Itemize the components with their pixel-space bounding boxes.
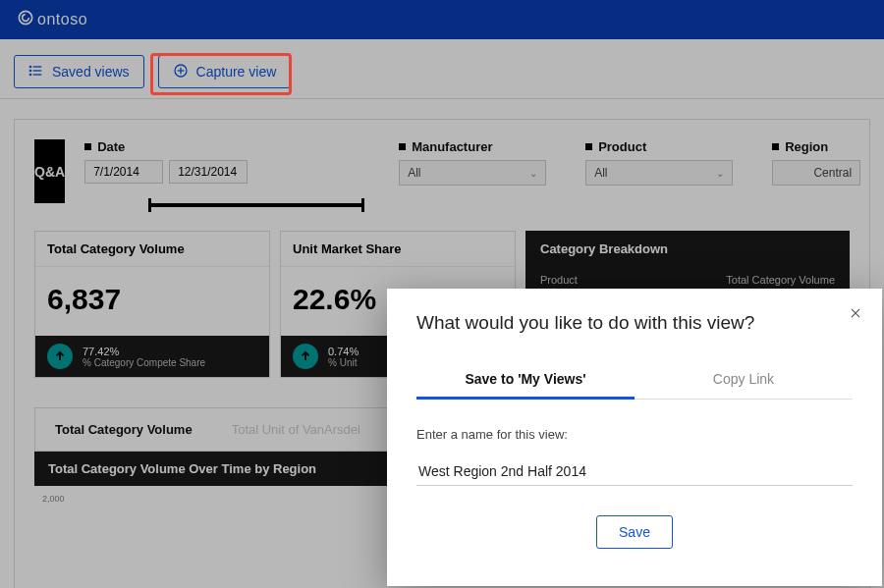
manufacturer-value: All bbox=[408, 166, 420, 180]
tab-total-category-volume[interactable]: Total Category Volume bbox=[35, 408, 212, 451]
date-filter-label: Date bbox=[84, 139, 379, 154]
svg-point-1 bbox=[23, 14, 29, 21]
list-icon bbox=[28, 63, 44, 81]
action-bar: Saved views Capture view bbox=[0, 39, 884, 99]
svg-point-7 bbox=[29, 74, 30, 75]
chevron-down-icon: ⌄ bbox=[716, 168, 724, 179]
breakdown-col1: Product bbox=[540, 274, 578, 286]
brand-text: ontoso bbox=[37, 11, 87, 28]
tab-save-my-views[interactable]: Save to 'My Views' bbox=[416, 361, 635, 400]
capture-view-dialog: What would you like to do with this view… bbox=[387, 289, 882, 586]
brand-logo: ontoso bbox=[16, 8, 87, 32]
svg-point-0 bbox=[19, 11, 31, 24]
plus-circle-icon bbox=[173, 63, 189, 81]
date-to-input[interactable] bbox=[169, 160, 248, 184]
kpi1-title: Total Category Volume bbox=[35, 232, 269, 267]
arrow-up-icon bbox=[293, 344, 318, 369]
kpi-total-category-volume: Total Category Volume 6,837 77.42% % Cat… bbox=[34, 231, 270, 378]
region-label: Region bbox=[772, 139, 860, 154]
capture-view-label: Capture view bbox=[196, 64, 277, 80]
region-value: Central bbox=[813, 166, 852, 180]
svg-point-5 bbox=[29, 66, 30, 67]
date-range-slider[interactable] bbox=[148, 203, 364, 207]
product-dropdown[interactable]: All ⌄ bbox=[585, 160, 733, 186]
kpi1-pct: 77.42% bbox=[83, 346, 205, 357]
kpi2-sub: % Unit bbox=[328, 357, 359, 368]
dialog-title: What would you like to do with this view… bbox=[416, 312, 853, 334]
kpi1-value: 6,837 bbox=[35, 267, 269, 336]
date-from-input[interactable] bbox=[84, 160, 163, 184]
capture-view-button[interactable]: Capture view bbox=[158, 55, 292, 88]
brand-mark bbox=[16, 8, 35, 32]
manufacturer-label: Manufacturer bbox=[399, 139, 566, 154]
breakdown-col2: Total Category Volume bbox=[726, 274, 835, 286]
save-button[interactable]: Save bbox=[596, 515, 673, 549]
chevron-down-icon: ⌄ bbox=[529, 168, 537, 179]
close-icon bbox=[849, 306, 862, 323]
kpi2-title: Unit Market Share bbox=[281, 232, 515, 267]
svg-point-6 bbox=[29, 70, 30, 71]
arrow-up-icon bbox=[47, 344, 73, 369]
product-label: Product bbox=[585, 139, 752, 154]
kpi2-pct: 0.74% bbox=[328, 346, 359, 357]
tab-copy-link[interactable]: Copy Link bbox=[635, 361, 853, 399]
kpi1-sub: % Category Compete Share bbox=[83, 357, 205, 368]
tab-total-unit-vanarsdel[interactable]: Total Unit of VanArsdel bbox=[212, 408, 380, 451]
qna-tile[interactable]: Q&A bbox=[34, 139, 65, 203]
saved-views-button[interactable]: Saved views bbox=[14, 55, 144, 88]
view-name-input[interactable] bbox=[416, 455, 853, 486]
view-name-label: Enter a name for this view: bbox=[416, 427, 853, 442]
app-header: ontoso bbox=[0, 0, 884, 39]
saved-views-label: Saved views bbox=[52, 64, 130, 80]
qna-label: Q&A bbox=[34, 164, 65, 180]
region-dropdown[interactable]: Central bbox=[772, 160, 860, 186]
product-value: All bbox=[594, 166, 607, 180]
manufacturer-dropdown[interactable]: All ⌄ bbox=[399, 160, 546, 186]
close-button[interactable] bbox=[849, 306, 862, 324]
breakdown-title: Category Breakdown bbox=[540, 241, 835, 256]
dialog-tabs: Save to 'My Views' Copy Link bbox=[416, 361, 853, 400]
